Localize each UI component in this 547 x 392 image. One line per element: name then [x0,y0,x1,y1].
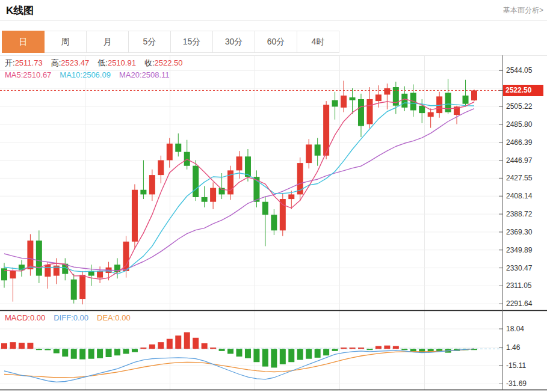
current-price-badge: 2522.50 [503,85,543,96]
legend-item: 收:2522.50 [144,58,183,67]
tab-月[interactable]: 月 [86,31,129,53]
legend-item: 低:2510.91 [97,58,136,67]
axis-tick-label: 2485.80 [506,120,545,129]
tab-4时[interactable]: 4时 [297,31,339,53]
axis-tick-label: 18.04 [506,325,545,333]
axis-tick-label: 2408.14 [506,192,545,200]
axis-tick-label: 2427.55 [506,174,545,182]
legend-item: 开:2511.73 [5,58,43,67]
macd-legend: MACD:0.00DIFF:0.00DEA:0.00 [5,313,139,322]
ohlc-legend: 开:2511.73高:2523.47低:2510.91收:2522.50 [5,58,191,69]
legend-item: MACD:0.00 [5,313,45,322]
axis-tick-label: -31.69 [506,379,545,388]
legend-item: MA10:2506.09 [60,70,111,79]
axis-tick-label: -15.11 [506,361,545,370]
ma-legend: MA5:2510.67MA10:2506.09MA20:2508.11 [5,70,178,79]
legend-item: DEA:0.00 [97,313,131,322]
axis-tick-label: 2291.64 [506,299,545,308]
axis-tick-label: 2311.05 [506,281,545,290]
axis-tick-label: 2369.30 [506,228,545,236]
tab-5分[interactable]: 5分 [128,31,171,53]
page-title: K线图 [6,4,34,17]
legend-item: MA20:2508.11 [119,70,170,79]
axis-tick-label: 2505.22 [506,102,545,111]
fundamental-analysis-link[interactable]: 基本面分析> [503,5,543,16]
axis-tick-label: 1.46 [506,343,545,352]
widget-header: K线图 基本面分析> [0,0,547,20]
tab-周[interactable]: 周 [44,31,87,53]
axis-tick-label: 2466.39 [506,138,545,147]
axis-tick-label: 2544.05 [506,66,545,75]
axis-tick-label: 2446.97 [506,156,545,165]
kline-widget: K线图 基本面分析> 日周月5分15分30分60分4时 开:2511.73高:2… [0,0,547,392]
axis-tick-label: 2330.47 [506,264,545,272]
legend-item: DIFF:0.00 [54,313,88,322]
legend-item: 高:2523.47 [51,58,90,67]
tab-15分[interactable]: 15分 [170,31,213,53]
legend-item: MA5:2510.67 [5,70,51,79]
axis-tick-label: 2388.72 [506,210,545,218]
axis-tick-label: 2349.89 [506,246,545,254]
tab-30分[interactable]: 30分 [212,31,255,53]
tab-60分[interactable]: 60分 [255,31,297,53]
period-tab-bar: 日周月5分15分30分60分4时 [2,31,339,53]
tab-日[interactable]: 日 [2,31,45,53]
